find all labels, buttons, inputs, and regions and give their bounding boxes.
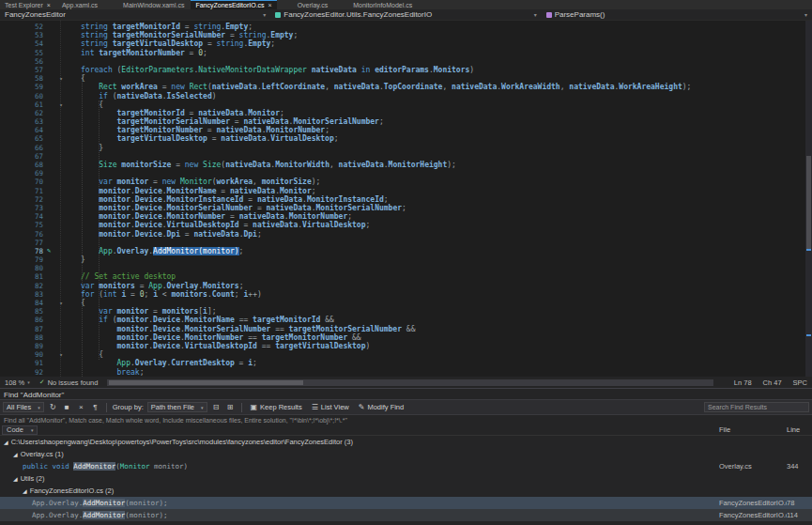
word-wrap-icon[interactable]: ¶ [90, 402, 100, 412]
expander-icon[interactable]: ◢ [13, 475, 18, 482]
breakpoint-margin[interactable] [0, 204, 28, 212]
breakpoint-margin[interactable] [0, 126, 28, 134]
code-line[interactable]: 79} [0, 255, 812, 264]
search-find-results-input[interactable] [704, 402, 809, 412]
breakpoint-margin[interactable] [0, 66, 28, 74]
document-health-indicator[interactable]: ✓ No issues found [39, 378, 99, 387]
code-line[interactable]: 89 monitor.Device.VirtualDesktopId == ta… [0, 342, 812, 350]
code-line[interactable]: 63 targetMonitorSerialNumber = nativeDat… [0, 117, 812, 126]
breakpoint-margin[interactable] [0, 74, 28, 83]
code-line[interactable]: 77 [0, 239, 812, 247]
expander-icon[interactable]: ◢ [4, 439, 8, 445]
project-dropdown[interactable]: FancyZonesEditor ▾ [0, 9, 270, 20]
code-line[interactable]: 92 break; [0, 368, 812, 377]
scrollbar-thumb[interactable] [806, 156, 811, 249]
code-line[interactable]: 73 monitor.Device.MonitorSerialNumber = … [0, 204, 812, 212]
keep-results-toggle[interactable]: ▣ Keep Results [248, 402, 305, 413]
breakpoint-margin[interactable] [0, 57, 28, 66]
code-line[interactable]: 67 [0, 152, 812, 161]
code-line[interactable]: 82var monitors = App.Overlay.Monitors; [0, 282, 812, 290]
tab-fancyzoneseditorio-cs[interactable]: FancyZonesEditorIO.cs× [191, 0, 276, 9]
breakpoint-margin[interactable] [0, 152, 28, 161]
breakpoint-margin[interactable] [0, 117, 28, 126]
result-group-row[interactable]: ◢C:\Users\shaopengwang\Desktop\powertoys… [0, 436, 812, 448]
code-line[interactable]: 53string targetMonitorSerialNumber = str… [0, 31, 812, 39]
breakpoint-margin[interactable] [0, 333, 28, 342]
scope-dropdown[interactable]: All Files ▾ [3, 402, 44, 412]
fold-collapse-icon[interactable]: ▾ [54, 299, 68, 307]
tab-close-icon[interactable]: × [268, 2, 272, 8]
tab-overlay-cs[interactable]: Overlay.cs [293, 0, 333, 9]
expander-icon[interactable]: ◢ [13, 451, 18, 457]
tab-test-explorer[interactable]: Test Explorer× [0, 0, 55, 9]
code-line[interactable]: 61▾ { [0, 100, 812, 109]
list-view-toggle[interactable]: ☰ List View [309, 402, 352, 413]
code-line[interactable]: 59 Rect workArea = new Rect(nativeData.L… [0, 83, 812, 91]
code-line[interactable]: 57foreach (EditorParameters.NativeMonito… [0, 66, 812, 74]
code-line[interactable]: 74 monitor.Device.MonitorNumber = native… [0, 212, 812, 221]
code-line[interactable]: 54string targetVirtualDesktop = string.E… [0, 39, 812, 48]
code-line[interactable]: 86 if (monitor.Device.MonitorName == tar… [0, 316, 812, 324]
fold-collapse-icon[interactable]: ▾ [54, 100, 68, 109]
result-row[interactable]: App.Overlay.AddMonitor(monitor);FancyZon… [0, 497, 812, 509]
code-line[interactable]: 60 if (nativeData.IsSelected) [0, 92, 812, 100]
breakpoint-margin[interactable] [0, 212, 28, 221]
breakpoint-margin[interactable] [0, 239, 28, 247]
code-line[interactable]: 64 targetMonitorNumber = nativeData.Moni… [0, 126, 812, 134]
file-column-header[interactable]: File [719, 425, 787, 434]
code-line[interactable]: 88 monitor.Device.MonitorNumber == targe… [0, 333, 812, 342]
code-line[interactable]: 69 [0, 169, 812, 178]
expander-icon[interactable]: ◢ [23, 487, 27, 494]
breakpoint-margin[interactable] [0, 83, 28, 91]
breakpoint-margin[interactable] [0, 342, 28, 350]
result-group-row[interactable]: ◢Overlay.cs (1) [0, 448, 812, 460]
code-area[interactable]: 52string targetMonitorId = string.Empty;… [0, 21, 812, 377]
code-line[interactable]: 84▾{ [0, 299, 812, 307]
code-line[interactable]: 90▾ { [0, 350, 812, 359]
breakpoint-margin[interactable] [0, 316, 28, 324]
breakpoint-margin[interactable] [0, 23, 28, 31]
zoom-control[interactable]: 108 % ▾ [5, 378, 30, 387]
code-line[interactable]: 71 monitor.Device.MonitorName = nativeDa… [0, 187, 812, 195]
result-group-row[interactable]: ◢Utils (2) [0, 472, 812, 485]
horizontal-scrollbar[interactable] [107, 379, 712, 386]
breakpoint-margin[interactable] [0, 325, 28, 333]
code-line[interactable]: 70 var monitor = new Monitor(workArea, m… [0, 178, 812, 186]
expand-all-icon[interactable]: ⊞ [225, 402, 236, 412]
code-line[interactable]: 81// Set active desktop [0, 272, 812, 281]
breakpoint-margin[interactable] [0, 359, 28, 367]
result-group-row[interactable]: ◢FancyZonesEditorIO.cs (2) [0, 485, 812, 497]
breakpoint-margin[interactable] [0, 49, 28, 57]
code-line[interactable]: 80 [0, 264, 812, 272]
breakpoint-margin[interactable] [0, 230, 28, 239]
code-line[interactable]: 87 monitor.Device.MonitorSerialNumber ==… [0, 325, 812, 333]
breakpoint-margin[interactable] [0, 100, 28, 109]
code-line[interactable]: 65 targetVirtualDesktop = nativeData.Vir… [0, 134, 812, 143]
refresh-icon[interactable]: ↻ [48, 402, 58, 412]
member-dropdown[interactable]: ParseParams() ▾ [542, 9, 812, 20]
vertical-scrollbar[interactable] [805, 21, 812, 377]
result-row[interactable]: public void AddMonitor(Monitor monitor)O… [0, 460, 812, 472]
tab-app-xaml-cs[interactable]: App.xaml.cs [57, 0, 102, 9]
fold-collapse-icon[interactable]: ▾ [54, 350, 68, 359]
line-column-header[interactable]: Line [787, 425, 810, 434]
breakpoint-margin[interactable] [0, 144, 28, 152]
breakpoint-margin[interactable] [0, 109, 28, 117]
code-line[interactable]: 83for (int i = 0; i < monitors.Count; i+… [0, 290, 812, 299]
code-line[interactable]: 58▾{ [0, 74, 812, 83]
tab-close-icon[interactable]: × [47, 2, 51, 8]
code-line[interactable]: 62 targetMonitorId = nativeData.Monitor; [0, 109, 812, 117]
code-line[interactable]: 91 App.Overlay.CurrentDesktop = i; [0, 359, 812, 367]
breakpoint-margin[interactable] [0, 299, 28, 307]
code-line[interactable]: 66 } [0, 144, 812, 152]
breakpoint-margin[interactable] [0, 195, 28, 204]
stop-search-icon[interactable]: ■ [62, 402, 72, 412]
group-by-dropdown[interactable]: Path then File ▾ [147, 402, 207, 412]
collapse-all-icon[interactable]: ⊟ [211, 402, 222, 412]
breakpoint-margin[interactable] [0, 282, 28, 290]
type-dropdown[interactable]: FancyZonesEditor.Utils.FancyZonesEditorI… [270, 9, 541, 20]
clear-results-icon[interactable]: × [76, 402, 86, 412]
tab-mainwindow-xaml-cs[interactable]: MainWindow.xaml.cs [118, 0, 189, 9]
breakpoint-margin[interactable] [0, 350, 28, 359]
code-line[interactable]: 68 Size monitorSize = new Size(nativeDat… [0, 161, 812, 169]
